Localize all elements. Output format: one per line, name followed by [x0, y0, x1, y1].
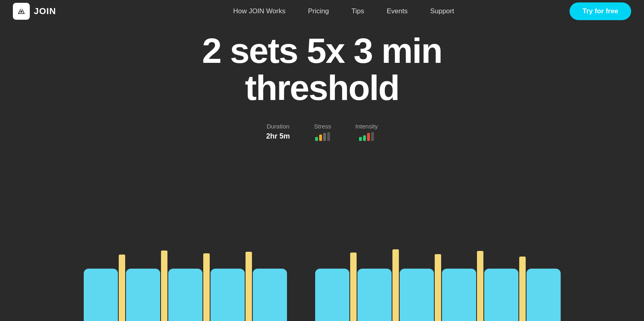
logo-icon — [13, 3, 30, 20]
hero-title-line1: 2 sets 5x 3 min — [202, 31, 442, 70]
nav-link-events[interactable]: Events — [387, 7, 408, 15]
stress-bar-2 — [319, 135, 322, 141]
nav-link-tips[interactable]: Tips — [351, 7, 364, 15]
hero-stats: Duration 2hr 5m Stress Intensity — [266, 123, 378, 141]
hero-title-line2: threshold — [245, 68, 399, 108]
stress-bar-1 — [315, 137, 318, 141]
blue-block — [126, 269, 160, 321]
yellow-bar — [203, 253, 210, 321]
yellow-bar — [119, 255, 125, 321]
blue-block — [526, 269, 561, 321]
intensity-bar-1 — [359, 137, 362, 141]
segment-4 — [211, 252, 253, 321]
workout-group-1 — [84, 251, 287, 321]
stat-stress: Stress — [314, 123, 331, 141]
try-for-free-button[interactable]: Try for free — [570, 2, 631, 20]
segment-5 — [253, 269, 287, 321]
blue-block — [484, 269, 518, 321]
segment-3 — [168, 253, 211, 321]
stress-label: Stress — [314, 123, 331, 130]
hero-section: 2 sets 5x 3 min threshold Duration 2hr 5… — [0, 32, 644, 141]
nav-links: How JOIN Works Pricing Tips Events Suppo… — [233, 7, 454, 15]
logo-svg — [17, 6, 26, 16]
logo-text: JOIN — [34, 6, 56, 17]
yellow-bar — [246, 252, 252, 321]
stress-bar-3 — [323, 133, 326, 141]
yellow-bar — [477, 251, 483, 321]
segment-7 — [357, 249, 400, 321]
intensity-bar-4 — [371, 132, 374, 141]
blue-block — [442, 269, 476, 321]
segment-2 — [126, 251, 168, 321]
segment-6 — [315, 253, 357, 321]
yellow-bar — [392, 249, 399, 321]
intensity-bar-2 — [363, 135, 366, 141]
segment-11 — [526, 269, 561, 321]
duration-label: Duration — [266, 123, 289, 130]
blue-block — [168, 269, 202, 321]
stat-intensity: Intensity — [355, 123, 378, 141]
intensity-bars — [359, 132, 374, 141]
segment-1 — [84, 255, 126, 321]
yellow-bar — [435, 254, 441, 321]
intensity-bar-3 — [367, 133, 370, 141]
workout-viz — [0, 240, 644, 321]
segment-8 — [400, 254, 442, 321]
blue-block — [253, 269, 287, 321]
blue-block — [400, 269, 434, 321]
blue-block — [84, 269, 118, 321]
duration-value: 2hr 5m — [266, 132, 290, 141]
intensity-label: Intensity — [355, 123, 378, 130]
hero-title: 2 sets 5x 3 min threshold — [202, 32, 442, 107]
segment-10 — [484, 257, 526, 321]
navbar: JOIN How JOIN Works Pricing Tips Events … — [0, 0, 644, 23]
segment-9 — [442, 251, 484, 321]
nav-link-pricing[interactable]: Pricing — [308, 7, 329, 15]
stat-duration: Duration 2hr 5m — [266, 123, 290, 141]
workout-group-2 — [315, 249, 561, 321]
stress-bars — [315, 132, 330, 141]
yellow-bar — [161, 251, 167, 321]
blue-block — [357, 269, 392, 321]
blue-block — [211, 269, 245, 321]
logo[interactable]: JOIN — [13, 3, 56, 20]
yellow-bar — [519, 257, 526, 321]
stress-bar-4 — [327, 132, 330, 141]
nav-link-how-join-works[interactable]: How JOIN Works — [233, 7, 285, 15]
nav-link-support[interactable]: Support — [430, 7, 454, 15]
blue-block — [315, 269, 349, 321]
yellow-bar — [350, 253, 357, 321]
